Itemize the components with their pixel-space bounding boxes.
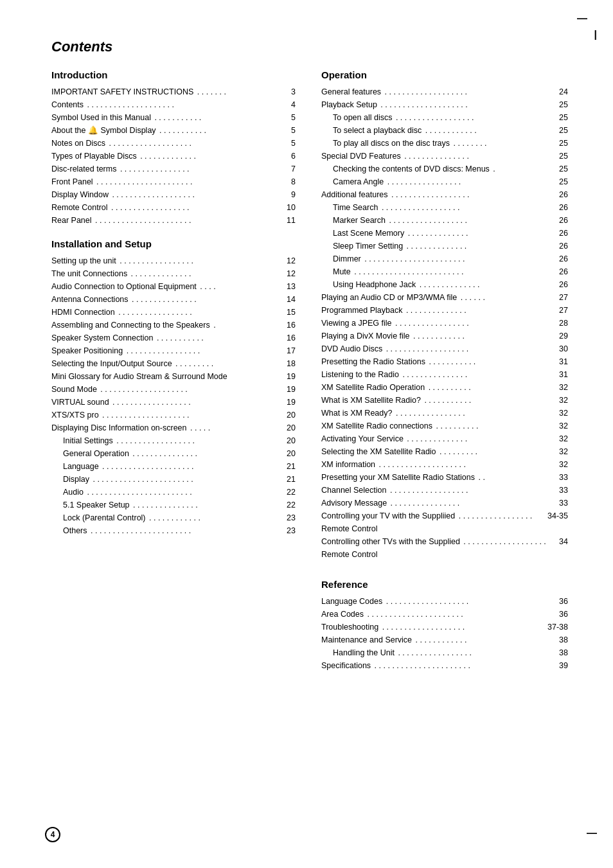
toc-page: 21 (287, 460, 296, 473)
toc-dots: . . . . . . . . . . . . . . . . . . (109, 396, 287, 409)
toc-dots: . . . . . . . . . . . . . . . (399, 368, 559, 381)
toc-page: 4 (291, 98, 296, 111)
toc-dots: . . . . . . . . . . . (151, 111, 291, 124)
reference-toc: Language Codes . . . . . . . . . . . . .… (321, 595, 568, 672)
toc-label: Others (63, 524, 87, 537)
toc-page: 9 (291, 188, 296, 201)
toc-entry-displaying-disc: Displaying Disc Information on-screen . … (51, 421, 296, 434)
toc-dots: . . . . . . . . . . . . . . . . . . (113, 434, 287, 447)
page-number: 4 (45, 827, 60, 842)
toc-entry-display-window: Display Window . . . . . . . . . . . . .… (51, 188, 296, 201)
toc-dots: . . . . . . . . . . . . . . . . . (115, 306, 287, 319)
toc-entry-types-discs: Types of Playable Discs . . . . . . . . … (51, 150, 296, 163)
toc-dots: . . . . . . . . . . . . . . . . . . . . (99, 409, 287, 421)
toc-dots: . . . . . . . . . . . . . . . (401, 150, 559, 163)
toc-dots: . (490, 163, 559, 175)
toc-dots: . . . . . . . . . . . . . . . . . . . . … (371, 659, 559, 672)
toc-entry-jpeg: Viewing a JPEG file . . . . . . . . . . … (321, 317, 568, 330)
toc-page: 37-38 (547, 621, 568, 633)
toc-page: 6 (291, 150, 296, 163)
toc-label: Display Window (51, 188, 109, 201)
toc-page: 27 (559, 304, 568, 317)
toc-dots: . . . . . . . . . . . . . . . . . . . . (84, 98, 291, 111)
toc-label: Speaker System Connection (51, 332, 153, 344)
toc-label: Controlling your TV with the SuppliiedRe… (321, 509, 455, 535)
toc-label: Programmed Playback (321, 304, 402, 317)
toc-dots: . . . . . . . . . . . . . . . . . . . . … (87, 524, 287, 537)
toc-label: Types of Playable Discs (51, 150, 137, 163)
toc-entry-initial: Initial Settings . . . . . . . . . . . .… (51, 434, 296, 447)
toc-page: 32 (559, 458, 568, 471)
toc-entry-troubleshooting: Troubleshooting . . . . . . . . . . . . … (321, 621, 568, 633)
toc-dots: . . . . . . . . . . . . . . (403, 240, 559, 252)
toc-entry-general-features: General features . . . . . . . . . . . .… (321, 85, 568, 98)
toc-dots: . . . . . . . . . . . . . . . . . (392, 317, 560, 330)
toc-entry-speaker-pos: Speaker Positioning . . . . . . . . . . … (51, 344, 296, 357)
toc-page: 32 (559, 381, 568, 394)
toc-label: Antenna Connections (51, 293, 129, 306)
toc-page: 7 (291, 163, 296, 175)
toc-label: Displaying Disc Information on-screen (51, 421, 187, 434)
toc-dots: . . . . . . . . . . . . . . . . . . (386, 484, 559, 497)
toc-entry-about-symbol: About the 🔔 Symbol Display . . . . . . .… (51, 124, 296, 137)
toc-page: 25 (559, 137, 568, 150)
toc-label: Lock (Parental Control) (63, 511, 146, 524)
toc-page: 31 (559, 368, 568, 381)
toc-label: Initial Settings (63, 434, 113, 447)
toc-page: 32 (559, 394, 568, 407)
toc-page: 31 (559, 355, 568, 368)
toc-page: 19 (287, 383, 296, 396)
toc-label: Dimmer (333, 252, 361, 265)
toc-label: Listening to the Radio (321, 368, 399, 381)
toc-page: 25 (559, 150, 568, 163)
toc-page: 39 (559, 659, 568, 672)
toc-dots: . . . . . . . . . . . (153, 332, 287, 344)
toc-label: Checking the contents of DVD discs: Menu… (333, 163, 490, 175)
toc-page: 27 (559, 291, 568, 304)
toc-page: 12 (287, 267, 296, 280)
toc-entry-notes-discs: Notes on Discs . . . . . . . . . . . . .… (51, 137, 296, 150)
toc-entry-safety: IMPORTANT SAFETY INSTRUCTIONS . . . . . … (51, 85, 296, 98)
toc-page: 13 (287, 280, 296, 293)
toc-label: Setting up the unit (51, 254, 116, 267)
introduction-toc: IMPORTANT SAFETY INSTRUCTIONS . . . . . … (51, 85, 296, 227)
toc-dots: . . . . . . . . . . . (425, 355, 559, 368)
toc-entry-input-output: Selecting the Input/Output Source . . . … (51, 357, 296, 370)
toc-entry-display: Display . . . . . . . . . . . . . . . . … (51, 473, 296, 486)
corner-mark-right-bottom: — (587, 828, 597, 839)
toc-dots: . . . . . . . . . . . . . (137, 150, 291, 163)
toc-label: IMPORTANT SAFETY INSTRUCTIONS (51, 85, 193, 98)
reference-heading: Reference (321, 579, 568, 590)
toc-dots: . . . . . . . . . . . . . . . . . . . . … (84, 486, 287, 499)
toc-label: XM Satellite Radio connections (321, 420, 432, 432)
toc-entry-controlling-tv: Controlling your TV with the SuppliiedRe… (321, 509, 568, 535)
toc-dots: . . . . . . . . (450, 137, 559, 150)
toc-label: Marker Search (333, 214, 386, 227)
toc-entry-audio-conn: Audio Connection to Optional Equipment .… (51, 280, 296, 293)
corner-mark-right-top: | (594, 29, 597, 40)
toc-dots: . . . . . . . . . . . . . . . . . . (108, 201, 287, 214)
toc-label: To select a playback disc (333, 124, 422, 137)
toc-dots: . . . . . . . . . . . . . . . . . (455, 509, 547, 535)
toc-dots: . . . . . . . . . . . (421, 394, 559, 407)
toc-page: 26 (559, 240, 568, 252)
toc-label: Activating Your Service (321, 432, 404, 445)
installation-heading: Installation and Setup (51, 238, 296, 249)
toc-page: 26 (559, 201, 568, 214)
toc-label: Audio Connection to Optional Equipment (51, 280, 197, 293)
toc-label: Assembling and Connecting to the Speaker… (51, 319, 210, 332)
toc-entry-language: Language . . . . . . . . . . . . . . . .… (51, 460, 296, 473)
page: — | — Contents Introduction IMPORTANT SA… (0, 0, 613, 868)
toc-label: Symbol Used in this Manual (51, 111, 151, 124)
toc-dots: . . . . . . . . . . . . . . . . . . (386, 214, 559, 227)
toc-page: 22 (287, 486, 296, 499)
toc-dots: . . . . . . . . . (172, 357, 287, 370)
toc-dots: . . . . . . . . . . . . . . . . . . . . (97, 383, 287, 396)
toc-entry-advisory: Advisory Message . . . . . . . . . . . .… (321, 497, 568, 509)
right-column: Operation General features . . . . . . .… (321, 58, 568, 672)
toc-page: 36 (559, 608, 568, 621)
toc-dots: . . . . . . . . . . . . . . . (129, 293, 287, 306)
toc-entry-presetting-xm: Presetting your XM Satellite Radio Stati… (321, 471, 568, 484)
toc-page: 33 (559, 471, 568, 484)
toc-dots: . . . . . . . . . . . (156, 124, 291, 137)
